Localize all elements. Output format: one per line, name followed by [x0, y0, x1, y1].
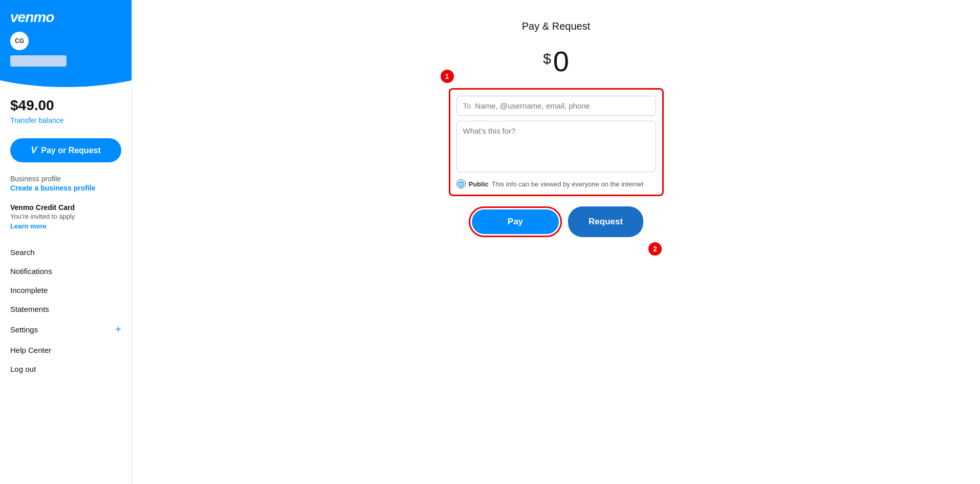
globe-icon: 🌐 [456, 179, 466, 188]
pay-button-wrapper: Pay [469, 206, 562, 237]
amount-display: $ 0 [543, 45, 569, 78]
settings-label: Settings [10, 325, 38, 334]
avatar: CG [10, 32, 29, 50]
sidebar-item-help-center[interactable]: Help Center [0, 341, 132, 360]
transfer-balance-link[interactable]: Transfer balance [10, 116, 64, 124]
sidebar-item-incomplete[interactable]: Incomplete [0, 281, 132, 300]
annotation-badge-1: 1 [441, 70, 454, 83]
notifications-label: Notifications [10, 267, 52, 276]
action-buttons: Pay Request 2 [469, 206, 643, 237]
privacy-row: 🌐 Public This info can be viewed by ever… [456, 179, 656, 188]
business-profile-section: Business profile Create a business profi… [0, 175, 132, 192]
sidebar: venmo CG $49.00 Transfer balance V Pay o… [0, 0, 132, 484]
statements-label: Statements [10, 305, 49, 313]
form-section: 1 To 🌐 Public This info can be viewed by… [449, 88, 664, 196]
pay-button[interactable]: Pay [472, 209, 559, 234]
to-input[interactable] [475, 101, 649, 110]
request-button[interactable]: Request [568, 206, 643, 237]
balance-section: $49.00 Transfer balance [0, 87, 132, 130]
plus-icon: + [115, 324, 121, 335]
sidebar-item-log-out[interactable]: Log out [0, 360, 132, 378]
venmo-logo: venmo [10, 9, 54, 26]
sidebar-header: venmo CG [0, 0, 132, 87]
pay-request-label: Pay or Request [41, 146, 100, 155]
user-name-placeholder [10, 55, 67, 67]
pay-or-request-button[interactable]: V Pay or Request [10, 138, 121, 162]
public-label: Public [469, 180, 489, 188]
v-icon: V [31, 145, 37, 156]
help-center-label: Help Center [10, 346, 51, 354]
page-title: Pay & Request [522, 20, 590, 32]
main-content: Pay & Request $ 0 1 To 🌐 Public This inf… [132, 0, 980, 484]
credit-card-title: Venmo Credit Card [10, 203, 121, 212]
incomplete-label: Incomplete [10, 286, 48, 294]
credit-card-section: Venmo Credit Card You're invited to appl… [0, 195, 132, 239]
balance-amount: $49.00 [10, 97, 121, 114]
to-field: To [456, 96, 656, 116]
search-label: Search [10, 248, 35, 257]
sidebar-item-notifications[interactable]: Notifications [0, 262, 132, 281]
create-business-profile-link[interactable]: Create a business profile [10, 184, 121, 192]
log-out-label: Log out [10, 365, 36, 373]
sidebar-item-settings[interactable]: Settings + [0, 319, 132, 341]
sidebar-nav: Search Notifications Incomplete Statemen… [0, 239, 132, 383]
business-profile-label: Business profile [10, 175, 121, 183]
sidebar-item-statements[interactable]: Statements [0, 300, 132, 319]
amount-value: 0 [553, 45, 569, 78]
annotation-badge-2: 2 [648, 242, 662, 256]
to-label: To [463, 101, 471, 110]
credit-card-subtitle: You're invited to apply [10, 213, 121, 220]
dollar-sign: $ [543, 51, 551, 67]
learn-more-link[interactable]: Learn more [10, 222, 47, 230]
sidebar-item-search[interactable]: Search [0, 243, 132, 262]
what-for-textarea[interactable] [456, 121, 656, 172]
privacy-description: This info can be viewed by everyone on t… [492, 180, 644, 188]
form-box: To 🌐 Public This info can be viewed by e… [449, 88, 664, 196]
